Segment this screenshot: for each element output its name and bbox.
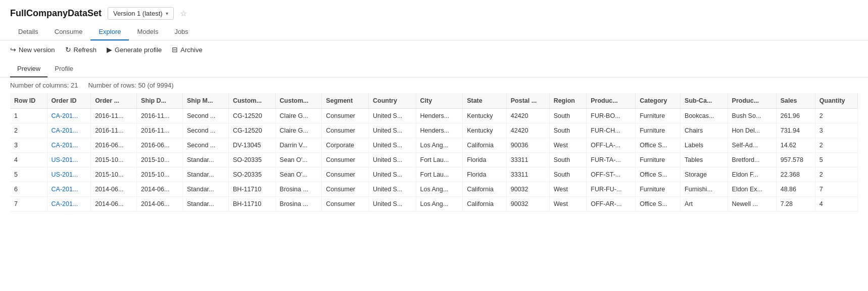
cell-r4-c3: 2015-10... — [137, 168, 183, 182]
cell-r3-c9: Fort Lau... — [416, 153, 463, 168]
col-quantity: Quantity — [815, 93, 857, 109]
cell-r3-c15: Tables — [681, 153, 728, 168]
cell-r1-c8: United S... — [368, 123, 416, 138]
cell-r6-c7: Consumer — [322, 197, 369, 212]
cell-r5-c11: 90032 — [506, 182, 549, 197]
cell-r6-c0: 7 — [10, 197, 47, 212]
cell-r0-c2: 2016-11... — [91, 109, 137, 123]
cell-r0-c11: 42420 — [506, 109, 549, 123]
col-state: State — [463, 93, 507, 109]
toolbar: ↪ New version ↻ Refresh ▶ Generate profi… — [0, 40, 868, 59]
new-version-icon: ↪ — [10, 46, 16, 54]
new-version-button[interactable]: ↪ New version — [10, 46, 55, 54]
cell-r1-c3: 2016-11... — [137, 123, 183, 138]
refresh-icon: ↻ — [65, 46, 71, 54]
cell-r4-c10: Florida — [463, 168, 507, 182]
table-row: 6CA-201...2014-06...2014-06...Standar...… — [10, 182, 858, 197]
generate-profile-button[interactable]: ▶ Generate profile — [107, 46, 162, 54]
cell-r0-c7: Consumer — [322, 109, 369, 123]
cell-r1-c6: Claire G... — [275, 123, 322, 138]
cell-r5-c15: Furnishi... — [681, 182, 728, 197]
cell-r4-c11: 33311 — [506, 168, 549, 182]
cell-r5-c8: United S... — [368, 182, 416, 197]
col-ship-date: Ship D... — [137, 93, 183, 109]
cell-r6-c15: Art — [681, 197, 728, 212]
cell-r1-c13: FUR-CH... — [587, 123, 636, 138]
cell-r4-c16: Eldon F... — [728, 168, 776, 182]
col-category: Category — [636, 93, 681, 109]
cell-r0-c16: Bush So... — [728, 109, 776, 123]
archive-button[interactable]: ⊟ Archive — [172, 46, 202, 54]
chevron-down-icon: ▾ — [166, 11, 168, 16]
cell-r1-c16: Hon Del... — [728, 123, 776, 138]
subtabs: Preview Profile — [0, 61, 868, 77]
col-row-id: Row ID — [10, 93, 47, 109]
cell-r5-c14: Furniture — [636, 182, 681, 197]
cell-r2-c8: United S... — [368, 138, 416, 153]
cell-r3-c7: Consumer — [322, 153, 369, 168]
cell-r3-c3: 2015-10... — [137, 153, 183, 168]
cell-r1-c18: 3 — [815, 123, 857, 138]
cell-r5-c4: Standar... — [183, 182, 229, 197]
cell-r4-c14: Office S... — [636, 168, 681, 182]
cell-r2-c15: Labels — [681, 138, 728, 153]
tab-consume[interactable]: Consume — [46, 24, 91, 40]
cell-r3-c2: 2015-10... — [91, 153, 137, 168]
new-version-label: New version — [19, 46, 55, 54]
row-count: Number of rows: 50 (of 9994) — [88, 81, 173, 89]
cell-r6-c11: 90032 — [506, 197, 549, 212]
cell-r5-c0: 6 — [10, 182, 47, 197]
cell-r0-c15: Bookcas... — [681, 109, 728, 123]
col-city: City — [416, 93, 463, 109]
tab-explore[interactable]: Explore — [90, 24, 129, 40]
cell-r4-c7: Consumer — [322, 168, 369, 182]
data-table-container: Row ID Order ID Order ... Ship D... Ship… — [0, 93, 868, 212]
cell-r3-c10: Florida — [463, 153, 507, 168]
tab-jobs[interactable]: Jobs — [166, 24, 196, 40]
col-customer-id: Custom... — [228, 93, 275, 109]
col-sales: Sales — [776, 93, 815, 109]
favorite-button[interactable]: ☆ — [180, 9, 187, 18]
cell-r4-c9: Fort Lau... — [416, 168, 463, 182]
subtab-preview[interactable]: Preview — [10, 61, 47, 77]
subtab-profile[interactable]: Profile — [47, 61, 80, 77]
col-product-name: Produc... — [728, 93, 776, 109]
version-button[interactable]: Version 1 (latest) ▾ — [108, 7, 174, 20]
cell-r0-c18: 2 — [815, 109, 857, 123]
cell-r0-c12: South — [549, 109, 587, 123]
cell-r6-c14: Office S... — [636, 197, 681, 212]
cell-r0-c14: Furniture — [636, 109, 681, 123]
cell-r3-c11: 33311 — [506, 153, 549, 168]
cell-r2-c13: OFF-LA-... — [587, 138, 636, 153]
cell-r4-c17: 22.368 — [776, 168, 815, 182]
cell-r1-c9: Henders... — [416, 123, 463, 138]
cell-r6-c3: 2014-06... — [137, 197, 183, 212]
tab-models[interactable]: Models — [129, 24, 166, 40]
cell-r3-c14: Furniture — [636, 153, 681, 168]
cell-r0-c10: Kentucky — [463, 109, 507, 123]
cell-r2-c10: California — [463, 138, 507, 153]
col-subcategory: Sub-Ca... — [681, 93, 728, 109]
cell-r2-c14: Office S... — [636, 138, 681, 153]
dataset-title: FullCompanyDataSet — [10, 8, 102, 19]
cell-r4-c12: South — [549, 168, 587, 182]
table-row: 5US-201...2015-10...2015-10...Standar...… — [10, 168, 858, 182]
cell-r3-c12: South — [549, 153, 587, 168]
cell-r6-c2: 2014-06... — [91, 197, 137, 212]
tab-details[interactable]: Details — [10, 24, 46, 40]
cell-r2-c3: 2016-06... — [137, 138, 183, 153]
generate-profile-label: Generate profile — [115, 46, 162, 54]
cell-r0-c3: 2016-11... — [137, 109, 183, 123]
table-header-row: Row ID Order ID Order ... Ship D... Ship… — [10, 93, 858, 109]
col-order-id: Order ID — [47, 93, 91, 109]
cell-r3-c18: 5 — [815, 153, 857, 168]
cell-r5-c2: 2014-06... — [91, 182, 137, 197]
cell-r6-c5: BH-11710 — [228, 197, 275, 212]
cell-r1-c4: Second ... — [183, 123, 229, 138]
cell-r4-c6: Sean O'... — [275, 168, 322, 182]
col-region: Region — [549, 93, 587, 109]
refresh-button[interactable]: ↻ Refresh — [65, 46, 97, 54]
cell-r5-c6: Brosina ... — [275, 182, 322, 197]
cell-r2-c0: 3 — [10, 138, 47, 153]
cell-r1-c5: CG-12520 — [228, 123, 275, 138]
